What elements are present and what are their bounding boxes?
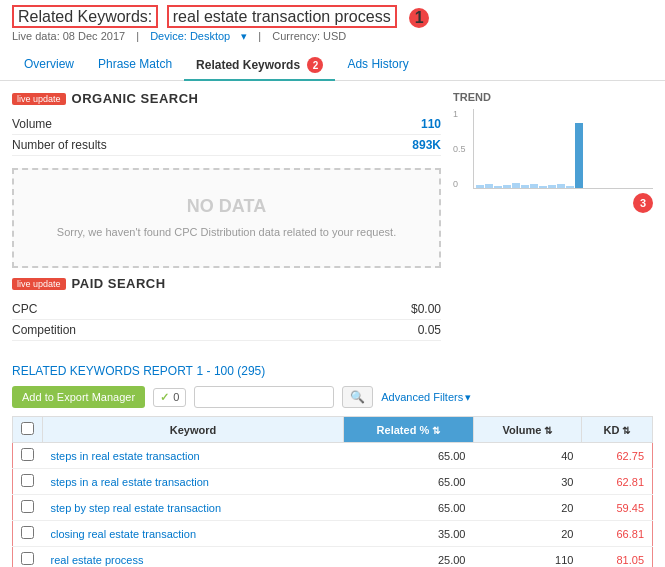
export-button[interactable]: Add to Export Manager [12, 386, 145, 408]
selected-count: 0 [173, 391, 179, 403]
keyword-link[interactable]: steps in real estate transaction [51, 450, 200, 462]
competition-value: 0.05 [418, 323, 441, 337]
main-content: live update ORGANIC SEARCH Volume 110 Nu… [0, 81, 665, 363]
no-data-description: Sorry, we haven't found CPC Distribution… [57, 225, 396, 240]
trend-bar [503, 185, 511, 188]
row-related-pct: 65.00 [343, 495, 473, 521]
live-data: Live data: 08 Dec 2017 [12, 30, 125, 42]
tab-bar: Overview Phrase Match Related Keywords 2… [0, 51, 665, 81]
keyword-search-input[interactable] [194, 386, 334, 408]
col-related-pct[interactable]: Related % ⇅ [343, 417, 473, 443]
keyword-highlight: real estate transaction process [167, 5, 397, 28]
trend-bar [485, 184, 493, 188]
trend-bar [548, 185, 556, 188]
row-keyword: real estate process [43, 547, 344, 568]
trend-bar [521, 185, 529, 188]
checkbox-count-box: ✓ 0 [153, 388, 186, 407]
trend-panel: TREND 1 0.5 0 3 [453, 91, 653, 353]
row-related-pct: 65.00 [343, 469, 473, 495]
row-checkbox[interactable] [21, 474, 34, 487]
checkmark-icon: ✓ [160, 391, 169, 404]
page-title: Related Keywords: real estate transactio… [12, 8, 653, 28]
tab-phrase-match[interactable]: Phrase Match [86, 51, 184, 81]
keyword-link[interactable]: steps in a real estate transaction [51, 476, 209, 488]
keyword-link[interactable]: step by step real estate transaction [51, 502, 222, 514]
table-row: steps in real estate transaction 65.00 4… [13, 443, 653, 469]
report-title-text: RELATED KEYWORDS REPORT [12, 364, 193, 378]
tab-related-keywords[interactable]: Related Keywords 2 [184, 51, 335, 81]
row-related-pct: 65.00 [343, 443, 473, 469]
volume-value: 110 [421, 117, 441, 131]
organic-section: live update ORGANIC SEARCH Volume 110 Nu… [12, 91, 441, 156]
table-row: step by step real estate transaction 65.… [13, 495, 653, 521]
cpc-value: $0.00 [411, 302, 441, 316]
row-checkbox-cell [13, 469, 43, 495]
no-data-heading: NO DATA [187, 196, 266, 217]
organic-label: ORGANIC SEARCH [72, 91, 199, 106]
kd-sort-icon: ⇅ [622, 425, 630, 436]
row-volume: 30 [473, 469, 581, 495]
row-kd: 59.45 [581, 495, 652, 521]
row-checkbox[interactable] [21, 500, 34, 513]
organic-live-badge: live update [12, 93, 66, 105]
row-volume: 20 [473, 521, 581, 547]
row-kd: 81.05 [581, 547, 652, 568]
trend-bar [494, 186, 502, 188]
trend-bar [566, 186, 574, 188]
vol-sort-icon: ⇅ [544, 425, 552, 436]
keyword-link[interactable]: real estate process [51, 554, 144, 566]
row-checkbox-cell [13, 547, 43, 568]
table-row: real estate process 25.00 110 81.05 [13, 547, 653, 568]
report-range: 1 - 100 (295) [197, 364, 266, 378]
row-keyword: steps in real estate transaction [43, 443, 344, 469]
trend-label: TREND [453, 91, 653, 103]
currency-info: Currency: USD [272, 30, 346, 42]
title-prefix: Related Keywords: [12, 5, 158, 28]
row-checkbox[interactable] [21, 552, 34, 565]
select-all-checkbox[interactable] [21, 422, 34, 435]
organic-title: live update ORGANIC SEARCH [12, 91, 441, 106]
no-data-box: NO DATA Sorry, we haven't found CPC Dist… [12, 168, 441, 268]
trend-bar-active [575, 123, 583, 188]
row-volume: 40 [473, 443, 581, 469]
paid-section: live update PAID SEARCH CPC $0.00 Compet… [12, 276, 441, 341]
table-row: closing real estate transaction 35.00 20… [13, 521, 653, 547]
trend-bar [539, 186, 547, 188]
row-checkbox-cell [13, 443, 43, 469]
page-header: Related Keywords: real estate transactio… [0, 0, 665, 47]
col-volume[interactable]: Volume ⇅ [473, 417, 581, 443]
trend-bar [530, 184, 538, 188]
toolbar: Add to Export Manager ✓ 0 🔍 Advanced Fil… [12, 386, 653, 408]
row-keyword: step by step real estate transaction [43, 495, 344, 521]
advanced-filters-button[interactable]: Advanced Filters ▾ [381, 391, 471, 404]
row-keyword: closing real estate transaction [43, 521, 344, 547]
col-kd[interactable]: KD ⇅ [581, 417, 652, 443]
results-label: Number of results [12, 138, 107, 152]
report-title: RELATED KEYWORDS REPORT 1 - 100 (295) [12, 363, 653, 378]
tab-overview[interactable]: Overview [12, 51, 86, 81]
row-kd: 66.81 [581, 521, 652, 547]
volume-label: Volume [12, 117, 52, 131]
trend-bar [476, 185, 484, 188]
keywords-table: Keyword Related % ⇅ Volume ⇅ KD ⇅ steps … [12, 416, 653, 567]
paid-live-badge: live update [12, 278, 66, 290]
annotation-1: 1 [409, 8, 429, 28]
row-checkbox[interactable] [21, 526, 34, 539]
paid-title: live update PAID SEARCH [12, 276, 441, 291]
tab-ads-history[interactable]: Ads History [335, 51, 420, 81]
trend-chart [473, 109, 653, 189]
col-checkbox [13, 417, 43, 443]
row-kd: 62.75 [581, 443, 652, 469]
row-related-pct: 25.00 [343, 547, 473, 568]
results-row: Number of results 893K [12, 135, 441, 156]
search-button[interactable]: 🔍 [342, 386, 373, 408]
row-keyword: steps in a real estate transaction [43, 469, 344, 495]
competition-label: Competition [12, 323, 76, 337]
sort-arrow-icon: ⇅ [432, 425, 440, 436]
table-row: steps in a real estate transaction 65.00… [13, 469, 653, 495]
trend-bar [512, 183, 520, 188]
keyword-link[interactable]: closing real estate transaction [51, 528, 197, 540]
device-info[interactable]: Device: Desktop ▾ [150, 30, 250, 42]
row-checkbox[interactable] [21, 448, 34, 461]
row-kd: 62.81 [581, 469, 652, 495]
